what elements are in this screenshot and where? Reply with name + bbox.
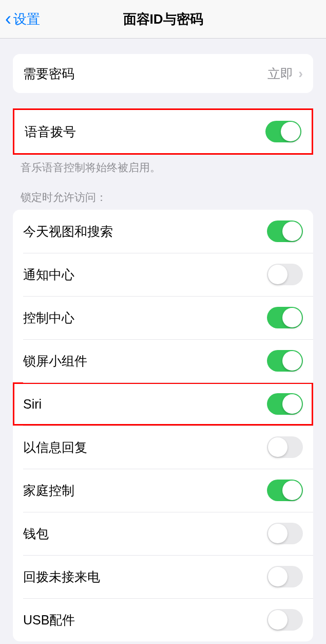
nav-header: ‹ 设置 面容ID与密码 — [0, 0, 326, 39]
lock-access-label: 回拨未接来电 — [23, 568, 100, 585]
page-title: 面容ID与密码 — [123, 10, 203, 28]
lock-access-group: 今天视图和搜索通知中心控制中心锁屏小组件Siri以信息回复家庭控制钱包回拨未接来… — [13, 210, 313, 641]
lock-access-row: 以信息回复 — [13, 426, 313, 469]
lock-access-switch[interactable] — [267, 350, 303, 372]
switch-knob — [282, 481, 302, 500]
voice-dial-row: 语音拨号 — [14, 110, 312, 153]
lock-access-switch[interactable] — [267, 264, 303, 285]
lock-access-row: 今天视图和搜索 — [13, 210, 313, 253]
back-button[interactable]: ‹ 设置 — [0, 10, 40, 28]
require-passcode-label: 需要密码 — [23, 65, 74, 82]
switch-knob — [268, 567, 287, 586]
lock-access-row: USB配件 — [13, 598, 313, 641]
switch-knob — [282, 222, 302, 241]
lock-access-label: 今天视图和搜索 — [23, 223, 113, 240]
passcode-group: 需要密码 立即 › — [13, 54, 313, 93]
lock-access-row: 家庭控制 — [13, 469, 313, 512]
lock-access-switch[interactable] — [267, 523, 303, 544]
lock-access-label: 钱包 — [23, 525, 49, 542]
lock-access-switch[interactable] — [267, 436, 303, 458]
chevron-left-icon: ‹ — [5, 10, 11, 28]
lock-access-switch[interactable] — [267, 566, 303, 587]
lock-access-switch[interactable] — [267, 609, 303, 631]
voice-dial-group: 语音拨号 — [13, 108, 313, 155]
lock-access-label: Siri — [23, 397, 42, 412]
switch-knob — [282, 394, 302, 414]
chevron-right-icon: › — [298, 66, 303, 82]
require-passcode-value: 立即 — [267, 65, 293, 82]
lock-access-footer: iPhone锁定超过一小时后，需先解锁iPhone才能允许USB配件连接。 — [0, 641, 326, 644]
switch-knob — [268, 265, 287, 284]
lock-access-switch[interactable] — [267, 307, 303, 328]
lock-access-row: 钱包 — [13, 512, 313, 555]
lock-access-label: 控制中心 — [23, 309, 74, 326]
switch-knob — [268, 610, 287, 630]
lock-access-label: USB配件 — [23, 612, 75, 629]
lock-access-header: 锁定时允许访问： — [0, 190, 326, 210]
lock-access-label: 通知中心 — [23, 266, 74, 283]
lock-access-switch[interactable] — [267, 220, 303, 242]
voice-dial-label: 语音拨号 — [25, 123, 76, 140]
voice-dial-footer: 音乐语音控制将始终被启用。 — [0, 155, 326, 175]
lock-access-switch[interactable] — [267, 393, 303, 415]
switch-knob — [282, 351, 302, 371]
switch-knob — [281, 122, 300, 141]
lock-access-label: 家庭控制 — [23, 482, 74, 499]
switch-knob — [282, 308, 302, 327]
require-passcode-row[interactable]: 需要密码 立即 › — [13, 54, 313, 93]
switch-knob — [268, 437, 287, 457]
lock-access-row: Siri — [13, 382, 313, 426]
lock-access-label: 锁屏小组件 — [23, 353, 87, 370]
lock-access-row: 锁屏小组件 — [13, 339, 313, 382]
lock-access-row: 回拨未接来电 — [13, 555, 313, 598]
back-label: 设置 — [13, 10, 40, 28]
voice-dial-switch[interactable] — [265, 121, 301, 142]
switch-knob — [268, 524, 287, 543]
lock-access-row: 通知中心 — [13, 253, 313, 296]
lock-access-switch[interactable] — [267, 480, 303, 501]
lock-access-label: 以信息回复 — [23, 439, 87, 456]
lock-access-row: 控制中心 — [13, 296, 313, 339]
